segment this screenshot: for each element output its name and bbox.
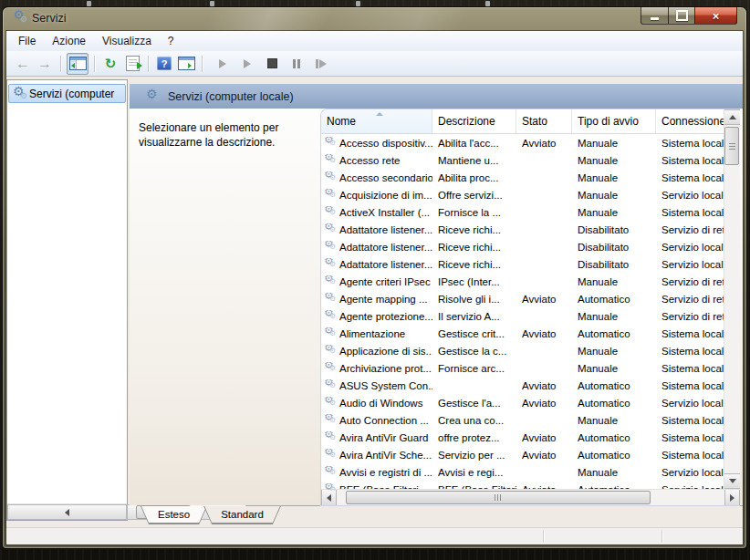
service-gear-icon: ⚙⚙: [324, 449, 337, 461]
service-gear-icon: ⚙⚙: [324, 362, 337, 375]
column-header-descrizione[interactable]: Descrizione: [432, 109, 516, 133]
table-row[interactable]: ⚙⚙ Adattatore listener... Riceve richi..…: [321, 221, 724, 238]
maximize-button[interactable]: [668, 7, 694, 25]
help-button[interactable]: ?: [154, 54, 174, 74]
service-description: Fornisce arc...: [432, 363, 516, 374]
service-gear-icon: ⚙⚙: [324, 223, 337, 236]
table-row[interactable]: ⚙⚙ ASUS System Con... Avviato Automatico: [321, 377, 724, 394]
column-header-nome[interactable]: Nome: [321, 109, 432, 133]
help-icon: ?: [157, 57, 172, 70]
start-service-button[interactable]: [213, 54, 233, 74]
service-logon-as: Servizio locale: [656, 190, 724, 201]
resume-service-button[interactable]: [237, 54, 257, 74]
scroll-left-button[interactable]: [7, 504, 127, 520]
service-startup-type: Automatico: [572, 450, 656, 461]
table-row[interactable]: ⚙⚙ ActiveX Installer (... Fornisce la ..…: [321, 203, 724, 221]
tab-esteso[interactable]: Esteso: [141, 506, 207, 524]
sidebar-item-servizi[interactable]: ⚙⚙ Servizi (computer: [8, 84, 126, 103]
service-name: ActiveX Installer (...: [339, 207, 430, 218]
titlebar[interactable]: ⚙ ⚙ Servizi ×: [3, 7, 746, 31]
menu-bar: File Azione Visualizza ?: [6, 31, 743, 51]
table-row[interactable]: ⚙⚙ Avira AntiVir Guard offre protez... A…: [321, 429, 724, 446]
scroll-left-button[interactable]: [321, 490, 337, 505]
service-gear-icon: ⚙⚙: [324, 293, 337, 306]
service-gear-icon: ⚙⚙: [324, 345, 337, 358]
export-list-icon: [126, 56, 140, 71]
table-row[interactable]: ⚙⚙ Adattatore listener... Riceve richi..…: [321, 238, 724, 255]
export-list-button[interactable]: [122, 54, 142, 74]
table-row[interactable]: ⚙⚙ Accesso dispositiv... Abilita l'acc..…: [321, 134, 724, 151]
menu-azione[interactable]: Azione: [44, 32, 94, 50]
service-gear-icon: ⚙⚙: [324, 206, 337, 219]
table-row[interactable]: ⚙⚙ Agente protezione... Il servizio A...…: [321, 307, 724, 325]
service-startup-type: Automatico: [572, 294, 656, 305]
table-row[interactable]: ⚙⚙ Adattatore listener... Riceve richi..…: [321, 255, 724, 273]
scrollbar-track[interactable]: [337, 490, 724, 505]
service-logon-as: Servizio locale: [656, 259, 724, 270]
pause-service-button[interactable]: [286, 54, 307, 74]
service-description: Gestisce l'a...: [432, 398, 516, 409]
table-row[interactable]: ⚙⚙ Agente mapping ... Risolve gli i... A…: [321, 290, 724, 307]
refresh-button[interactable]: ↻: [100, 54, 120, 74]
table-row[interactable]: ⚙⚙ Audio di Windows Gestisce l'a... Avvi…: [321, 394, 724, 411]
table-row[interactable]: ⚙⚙ Accesso rete Mantiene u... Manuale: [321, 151, 724, 169]
service-description: Riceve richi...: [432, 224, 516, 235]
service-name: Auto Connection ...: [339, 415, 429, 426]
minimize-icon: [651, 17, 659, 20]
service-status: Avviato: [516, 138, 572, 149]
scroll-left-icon: [327, 494, 331, 502]
scroll-up-button[interactable]: [724, 109, 740, 125]
menu-visualizza[interactable]: Visualizza: [94, 32, 160, 50]
table-row[interactable]: ⚙⚙ Agente criteri IPsec IPsec (Inter... …: [321, 273, 724, 290]
scroll-down-button[interactable]: [724, 473, 740, 489]
menu-help[interactable]: ?: [160, 32, 182, 50]
minimize-button[interactable]: [641, 7, 668, 25]
tab-standard[interactable]: Standard: [203, 506, 281, 524]
scroll-down-icon: [729, 479, 736, 483]
desktop-artifact: [87, 1, 91, 6]
list-header: Nome Descrizione Stato Tipo di avvio Con…: [321, 109, 724, 134]
scrollbar-thumb[interactable]: [724, 127, 739, 165]
column-header-connessione[interactable]: Connessione: [656, 109, 724, 133]
service-logon-as: Servizio locale: [656, 242, 724, 253]
service-logon-as: Servizio di rete: [656, 224, 724, 235]
view-tabs: Esteso Standard: [130, 505, 743, 527]
view-header-band: ⚙⚙ Servizi (computer locale): [130, 84, 743, 109]
back-button[interactable]: ←: [13, 54, 33, 74]
screen: ⚙ ⚙ Servizi × File Azione Visualizza ? ←…: [0, 0, 750, 560]
table-row[interactable]: ⚙⚙ Alimentazione Gestisce crit... Avviat…: [321, 325, 724, 342]
table-row[interactable]: ⚙⚙ Avvisi e registri di ... Avvisi e reg…: [321, 463, 724, 481]
scroll-right-button[interactable]: [724, 490, 740, 505]
show-console-tree-button[interactable]: [67, 53, 89, 75]
stop-service-button[interactable]: [262, 54, 282, 74]
horizontal-scrollbar: [321, 489, 740, 505]
service-startup-type: Manuale: [572, 346, 656, 357]
close-button[interactable]: ×: [694, 7, 737, 25]
scrollbar-thumb[interactable]: [346, 491, 651, 504]
forward-button[interactable]: →: [35, 54, 55, 74]
table-row[interactable]: ⚙⚙ Accesso secondario Abilita proc... Ma…: [321, 169, 724, 186]
table-row[interactable]: ⚙⚙ Acquisizione di im... Offre servizi..…: [321, 186, 724, 203]
scroll-up-icon: [729, 115, 736, 119]
action-pane-icon: [178, 57, 195, 70]
show-action-pane-button[interactable]: [176, 54, 196, 74]
service-description: Fornisce la ...: [432, 207, 516, 218]
service-description: offre protez...: [432, 432, 516, 443]
restart-service-button[interactable]: [311, 54, 331, 74]
menu-file[interactable]: File: [10, 32, 44, 50]
table-row[interactable]: ⚙⚙ Avira AntiVir Sche... Servizio per ..…: [321, 446, 724, 463]
table-row[interactable]: ⚙⚙ Applicazione di sis... Gestisce la c.…: [321, 342, 724, 359]
service-logon-as: Sistema locale: [656, 155, 724, 166]
service-logon-as: Sistema locale: [656, 380, 724, 391]
table-row[interactable]: ⚙⚙ Archiviazione prot... Fornisce arc...…: [321, 359, 724, 377]
service-name: Applicazione di sis...: [339, 346, 432, 357]
stop-service-icon: [267, 58, 277, 68]
service-startup-type: Manuale: [572, 363, 656, 374]
column-header-stato[interactable]: Stato: [516, 109, 572, 133]
service-logon-as: Sistema locale: [656, 415, 724, 426]
main-content: ⚙⚙ Servizi (computer ⚙⚙: [6, 77, 743, 527]
scrollbar-track[interactable]: [724, 165, 740, 473]
column-header-tipo-di-avvio[interactable]: Tipo di avvio: [572, 109, 656, 133]
service-status: Avviato: [516, 450, 572, 461]
table-row[interactable]: ⚙⚙ Auto Connection ... Crea una co... Ma…: [321, 411, 724, 429]
